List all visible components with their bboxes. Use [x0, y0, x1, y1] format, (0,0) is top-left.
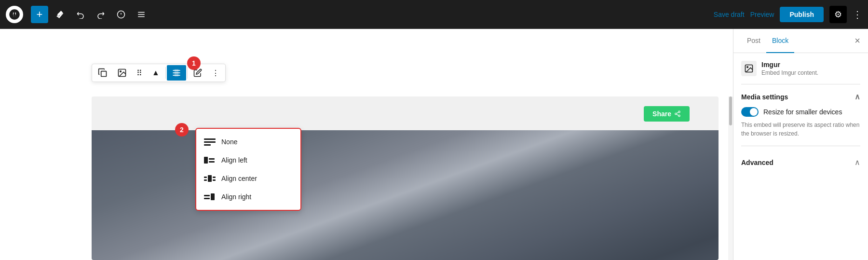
block-more-button[interactable]: ⋮: [207, 66, 224, 81]
svg-line-19: [677, 112, 678, 113]
top-bar-right: Save draft Preview Publish ⚙ ⋮: [714, 6, 862, 23]
top-bar: W + Save draft Preview Publish ⚙ ⋮: [0, 0, 868, 29]
publish-button[interactable]: Publish: [780, 7, 824, 22]
media-settings-section: Media settings ∧: [741, 92, 860, 101]
more-options-button[interactable]: ⋮: [853, 9, 862, 20]
toggle-row: Resize for smaller devices: [741, 107, 860, 117]
scroll-thumb[interactable]: [729, 96, 732, 125]
image-type-button[interactable]: [112, 65, 132, 81]
list-view-button[interactable]: [133, 7, 149, 22]
toggle-knob: [750, 108, 758, 116]
svg-point-21: [747, 67, 748, 68]
align-right-item[interactable]: Align right: [196, 188, 300, 206]
align-none-label: None: [221, 138, 237, 146]
move-up-button[interactable]: ▲: [147, 66, 164, 80]
editor-area: ⠿ ▲ ⋮ 1 2: [0, 29, 733, 260]
align-left-item[interactable]: Align left: [196, 151, 300, 169]
svg-rect-14: [175, 69, 178, 76]
align-button[interactable]: [167, 65, 186, 81]
media-settings-chevron[interactable]: ∧: [854, 92, 860, 101]
svg-rect-8: [101, 71, 107, 77]
block-text: Imgur Embed Imgur content.: [761, 61, 818, 76]
align-dropdown: None Align left: [195, 128, 301, 211]
sidebar-content: Imgur Embed Imgur content. Media setting…: [733, 53, 868, 260]
align-none-item[interactable]: None: [196, 133, 300, 151]
undo-button[interactable]: [72, 7, 89, 22]
settings-button[interactable]: ⚙: [829, 6, 847, 23]
media-settings-label: Media settings: [741, 93, 788, 101]
duplicate-button[interactable]: [93, 65, 112, 81]
svg-point-10: [120, 71, 122, 72]
redo-button[interactable]: [93, 7, 109, 22]
resize-toggle[interactable]: [741, 107, 759, 117]
align-left-label: Align left: [221, 156, 247, 164]
block-toolbar: ⠿ ▲ ⋮: [92, 64, 226, 82]
block-tab[interactable]: Block: [766, 29, 794, 53]
toggle-label: Resize for smaller devices: [763, 108, 842, 116]
align-right-label: Align right: [221, 193, 251, 201]
svg-text:W: W: [12, 11, 17, 18]
advanced-section: Advanced ∧: [741, 154, 860, 171]
right-sidebar: Post Block × Imgur Embed Imgur content.: [733, 29, 868, 260]
embed-image: [92, 130, 719, 260]
align-none-icon: [204, 137, 216, 146]
svg-point-17: [678, 115, 680, 117]
post-tab[interactable]: Post: [741, 29, 766, 53]
save-draft-button[interactable]: Save draft: [714, 11, 745, 18]
divider-1: [741, 84, 860, 84]
info-button[interactable]: [113, 7, 129, 22]
block-icon: [741, 61, 757, 76]
sidebar-close-button[interactable]: ×: [854, 29, 860, 53]
advanced-chevron[interactable]: ∧: [854, 158, 860, 167]
align-center-item[interactable]: Align center: [196, 169, 300, 188]
share-button[interactable]: Share: [644, 106, 690, 122]
sidebar-tabs: Post Block ×: [733, 29, 868, 53]
drag-handle[interactable]: ⠿: [132, 66, 147, 81]
align-center-icon: [204, 174, 216, 183]
block-desc: Embed Imgur content.: [761, 69, 818, 76]
step-badge-1: 1: [187, 56, 201, 70]
add-block-button[interactable]: +: [31, 6, 48, 23]
step-badge-2: 2: [175, 123, 189, 137]
divider-2: [741, 146, 860, 146]
align-center-label: Align center: [221, 175, 257, 182]
help-text: This embed will preserve its aspect rati…: [741, 121, 860, 138]
block-info: Imgur Embed Imgur content.: [741, 61, 860, 76]
tools-button[interactable]: [52, 7, 68, 22]
embed-area: Share: [92, 96, 719, 260]
main-layout: ⠿ ▲ ⋮ 1 2: [0, 29, 868, 260]
svg-point-15: [678, 111, 680, 113]
preview-button[interactable]: Preview: [750, 11, 774, 18]
align-right-icon: [204, 192, 216, 201]
svg-point-16: [675, 113, 677, 115]
scroll-track[interactable]: [728, 96, 733, 260]
wp-logo[interactable]: W: [6, 6, 23, 23]
svg-line-18: [677, 114, 678, 115]
block-name: Imgur: [761, 61, 818, 68]
align-left-icon: [204, 156, 216, 164]
advanced-label: Advanced: [741, 159, 773, 166]
